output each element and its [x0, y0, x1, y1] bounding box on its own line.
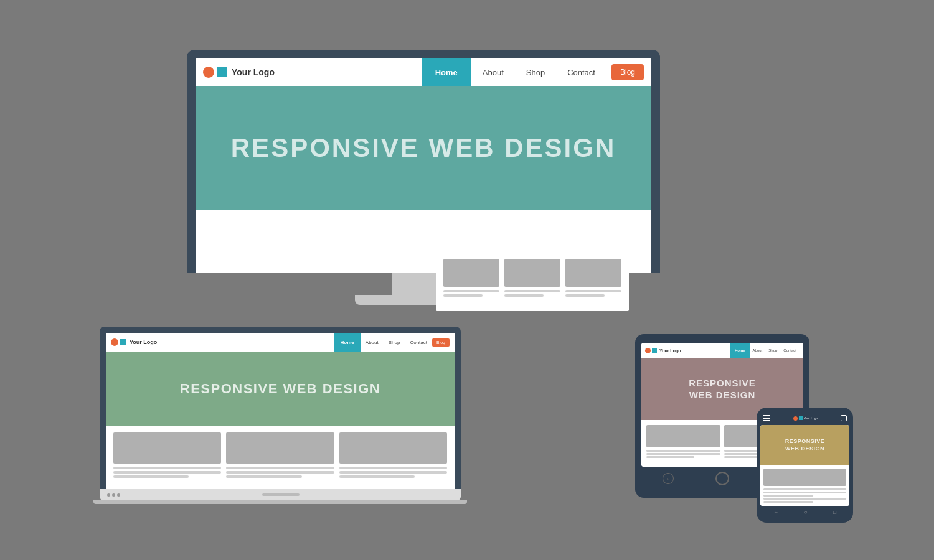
- laptop-nav: Your Logo Home About Shop Contact Blog: [106, 333, 455, 352]
- laptop-nav-about[interactable]: About: [361, 340, 384, 345]
- middle-line: [565, 290, 621, 292]
- tablet-nav-shop[interactable]: Shop: [765, 348, 780, 352]
- laptop-dot-3: [117, 493, 120, 497]
- phone-content: [760, 465, 849, 506]
- tablet-nav-about[interactable]: About: [750, 348, 766, 352]
- laptop-card-img-2: [226, 432, 334, 464]
- monitor-logo-area: Your Logo: [203, 67, 275, 78]
- monitor-nav-items: Home About Shop Contact Blog: [422, 58, 644, 86]
- tablet-nav-home[interactable]: Home: [730, 343, 750, 358]
- laptop-nav-contact[interactable]: Contact: [405, 340, 432, 345]
- monitor-logo-text: Your Logo: [232, 67, 275, 77]
- phone-hero: RESPONSIVEWEB DESIGN: [760, 425, 849, 465]
- monitor-nav-about[interactable]: About: [471, 58, 515, 86]
- middle-card-3: [565, 259, 621, 299]
- laptop-line-short: [339, 475, 415, 478]
- laptop-screen: Your Logo Home About Shop Contact Blog R…: [106, 333, 455, 489]
- laptop-card-img-3: [339, 432, 447, 464]
- laptop-dots: [107, 493, 120, 497]
- laptop-card-1: [113, 432, 221, 478]
- monitor-nav-home[interactable]: Home: [422, 58, 471, 86]
- laptop-hero-text: RESPONSIVE WEB DESIGN: [180, 381, 380, 397]
- laptop-dot-1: [107, 493, 110, 497]
- scene: Your Logo Home About Shop Contact Blog R…: [62, 25, 872, 535]
- phone-line-short: [763, 501, 813, 503]
- tablet-nav-contact[interactable]: Contact: [780, 348, 800, 352]
- phone-logo-circle-icon: [793, 416, 798, 421]
- laptop-touchpad: [262, 493, 300, 496]
- laptop-keyboard-base: [93, 500, 467, 504]
- laptop-line: [113, 467, 221, 469]
- phone-recents-button[interactable]: □: [833, 510, 836, 515]
- monitor-hero-text: RESPONSIVE WEB DESIGN: [231, 133, 616, 163]
- phone-lines: [763, 488, 846, 503]
- tablet-line: [646, 453, 720, 455]
- tablet-back-button[interactable]: ‹: [663, 473, 674, 484]
- laptop-logo-circle-icon: [111, 338, 118, 346]
- laptop-line-short: [113, 475, 189, 478]
- middle-card-img-3: [565, 259, 621, 287]
- tablet-logo-text: Your Logo: [659, 348, 681, 353]
- tablet-card-1: [646, 425, 720, 458]
- laptop-line-short: [226, 475, 301, 478]
- middle-line: [443, 290, 499, 292]
- laptop-line: [226, 467, 334, 469]
- tablet-home-button[interactable]: [715, 472, 729, 485]
- monitor-screen: Your Logo Home About Shop Contact Blog R…: [196, 58, 651, 273]
- laptop-card-2: [226, 432, 334, 478]
- tablet-logo-circle-icon: [645, 348, 651, 353]
- laptop-card-lines-3: [339, 467, 447, 478]
- phone-line: [763, 488, 846, 490]
- tablet-nav-items: Home About Shop Contact: [730, 343, 800, 358]
- laptop-card-lines-2: [226, 467, 334, 478]
- phone-line: [763, 492, 846, 493]
- monitor-logo-square-icon: [217, 67, 227, 77]
- laptop-content-grid: [113, 432, 447, 478]
- laptop-line: [113, 471, 221, 474]
- phone-home-button[interactable]: ○: [804, 510, 808, 515]
- laptop-card-lines-1: [113, 467, 221, 478]
- monitor-nav: Your Logo Home About Shop Contact Blog: [196, 58, 651, 86]
- middle-content-panel: [436, 251, 629, 311]
- laptop-nav-home[interactable]: Home: [334, 333, 361, 352]
- laptop-nav-shop[interactable]: Shop: [384, 340, 405, 345]
- tablet-card-lines-1: [646, 450, 720, 458]
- laptop-card-3: [339, 432, 447, 478]
- laptop-logo-square-icon: [120, 339, 126, 345]
- monitor-nav-contact[interactable]: Contact: [556, 58, 606, 86]
- tablet-line-short: [646, 456, 694, 458]
- laptop-nav-items: Home About Shop Contact Blog: [334, 333, 450, 352]
- middle-line-short: [443, 294, 483, 297]
- tablet-line: [646, 450, 720, 452]
- phone-outer: Your Logo RESPONSIVEWEB DESIGN: [757, 408, 853, 523]
- monitor-screen-outer: Your Logo Home About Shop Contact Blog R…: [187, 50, 660, 273]
- laptop: Your Logo Home About Shop Contact Blog R…: [100, 327, 461, 504]
- laptop-line: [339, 467, 447, 469]
- phone-logo-text: Your Logo: [804, 416, 818, 420]
- phone-hero-text: RESPONSIVEWEB DESIGN: [785, 438, 825, 452]
- middle-line-short: [565, 294, 605, 297]
- phone-menu-line-3: [763, 420, 770, 421]
- phone-share-icon[interactable]: [841, 415, 847, 421]
- tablet-logo-area: Your Logo: [645, 348, 681, 353]
- phone-line: [763, 498, 846, 500]
- laptop-line: [226, 471, 334, 474]
- laptop-content: [106, 426, 455, 489]
- monitor-hero: RESPONSIVE WEB DESIGN: [196, 86, 651, 210]
- monitor-nav-blog[interactable]: Blog: [611, 64, 644, 80]
- middle-card-img-2: [504, 259, 560, 287]
- laptop-nav-blog[interactable]: Blog: [432, 338, 450, 347]
- middle-card-1: [443, 259, 499, 299]
- phone-logo-area: Your Logo: [793, 416, 818, 421]
- laptop-screen-outer: Your Logo Home About Shop Contact Blog R…: [100, 327, 461, 489]
- middle-card-2: [504, 259, 560, 299]
- phone-screen: RESPONSIVEWEB DESIGN: [760, 425, 849, 506]
- phone-menu-line-2: [763, 418, 770, 419]
- monitor-nav-shop[interactable]: Shop: [515, 58, 556, 86]
- phone-bottom-bar: ← ○ □: [760, 506, 849, 515]
- laptop-hero: RESPONSIVE WEB DESIGN: [106, 352, 455, 426]
- middle-line: [504, 290, 560, 292]
- phone-menu-icon[interactable]: [763, 415, 770, 421]
- phone-back-button[interactable]: ←: [773, 510, 778, 515]
- tablet-nav: Your Logo Home About Shop Contact: [641, 343, 803, 358]
